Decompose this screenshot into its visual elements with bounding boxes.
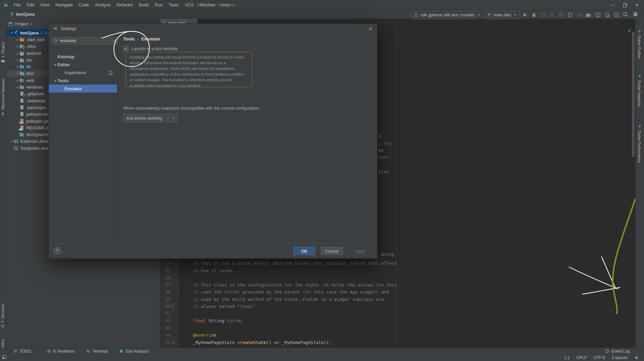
toolwindow-label: Dart Analysis: [125, 349, 149, 354]
tool-buttons: [585, 12, 619, 18]
settings-node-emulator[interactable]: Emulator: [49, 85, 117, 93]
gutter-marker-icon[interactable]: [172, 304, 178, 309]
settings-node-keymap[interactable]: Keymap: [49, 52, 117, 61]
run-button[interactable]: [522, 12, 528, 18]
menu-refactor[interactable]: Refactor: [114, 0, 136, 10]
toolwindow-todo[interactable]: TODO: [13, 348, 31, 354]
restore-button[interactable]: [623, 3, 627, 7]
stop-icon: [576, 12, 582, 18]
flutter-attach-button[interactable]: [558, 12, 564, 18]
tab-main-dart[interactable]: main.dart: [160, 19, 197, 23]
file-ignore-icon: [20, 92, 25, 96]
chevron-down-icon: ▾: [10, 31, 14, 35]
menu-analyze[interactable]: Analyze: [92, 0, 114, 10]
toolwindow-6-problems[interactable]: 6: Problems: [47, 348, 74, 354]
stripe-flutter-outline[interactable]: Flutter Outline: [637, 30, 641, 58]
apply-button[interactable]: Apply: [348, 247, 372, 255]
settings-node-label: Tools: [57, 78, 69, 83]
folder-iml-icon: [20, 132, 25, 137]
phone-icon: [414, 13, 419, 17]
menu-file[interactable]: File: [11, 0, 24, 10]
profile-avatar[interactable]: [633, 11, 638, 17]
tool-window-toggle-icon[interactable]: [2, 355, 7, 359]
stripe-flutter-inspector[interactable]: Flutter Inspector: [637, 75, 641, 107]
launch-tool-window-checkbox[interactable]: [123, 46, 129, 51]
settings-node-inspections[interactable]: Inspections: [49, 69, 117, 77]
file-encoding[interactable]: UTF-8: [594, 355, 605, 360]
code-line-43: 43: [160, 325, 631, 332]
line-number: 41: [161, 311, 170, 316]
close-button[interactable]: ×: [635, 3, 639, 7]
profiler-button[interactable]: [540, 12, 546, 18]
stop-button[interactable]: [576, 12, 582, 18]
indent-setting[interactable]: 2 spaces: [612, 355, 628, 360]
chevron-right-icon: ▸: [16, 44, 20, 48]
attach-debugger-button[interactable]: [549, 12, 555, 18]
device-selector[interactable]: sdk gphone x86 arm (mobile): [412, 11, 479, 19]
settings-node-label: Keymap: [57, 54, 74, 59]
code-fragment: run",: [378, 155, 391, 160]
lock-icon[interactable]: [634, 355, 639, 360]
stripe-1-project[interactable]: 1: Project: [1, 42, 5, 64]
dialog-close-icon[interactable]: ✕: [368, 26, 372, 31]
menu-navigate[interactable]: Navigate: [52, 0, 75, 10]
chevron-right-icon: ▸: [16, 85, 20, 89]
override-gutter-icon[interactable]: ↑: [172, 340, 178, 345]
menu-build[interactable]: Build: [136, 0, 152, 10]
menu-tools[interactable]: Tools: [166, 0, 182, 10]
dialog-title-bar[interactable]: Settings: [49, 24, 377, 33]
chevron-down-icon: ▾: [53, 79, 57, 83]
toolwindow-terminal[interactable]: Terminal: [86, 348, 108, 354]
tree-item-label: windows: [26, 85, 43, 90]
search-everywhere-button[interactable]: [623, 12, 628, 17]
todo-icon: [13, 349, 18, 353]
snapshot-dropdown[interactable]: Ask before deleting: [123, 114, 177, 122]
clear-search-icon[interactable]: ✕: [113, 39, 116, 43]
code-line-44: 44 @override: [160, 332, 631, 339]
breadcrumb-project: test1java: [16, 12, 35, 17]
terminal-icon: [86, 349, 91, 353]
device-manager-button[interactable]: [604, 12, 610, 18]
token: ;: [240, 318, 243, 323]
inspections-ok-icon: [627, 28, 632, 32]
settings-search-box[interactable]: ✕: [52, 37, 118, 44]
cancel-button[interactable]: Cancel: [321, 247, 343, 255]
title-bar: FileEditViewNavigateCodeAnalyzeRefactorB…: [0, 0, 644, 10]
toolwindow-event-log[interactable]: Event Log: [605, 348, 630, 354]
folder-gear-icon: [20, 44, 25, 48]
minimize-button[interactable]: [611, 3, 615, 7]
settings-search-input[interactable]: [59, 38, 112, 43]
breadcrumb[interactable]: test1java: [9, 12, 35, 17]
project-panel-header[interactable]: Project ▾: [8, 21, 32, 26]
sdk-manager-button[interactable]: [613, 12, 619, 18]
logcat-button[interactable]: [595, 12, 601, 18]
menu-view[interactable]: View: [37, 0, 52, 10]
menu-edit[interactable]: Edit: [24, 0, 37, 10]
settings-node-editor[interactable]: ▾Editor: [49, 61, 117, 69]
stripe-7-structure[interactable]: 7: Structure: [1, 304, 5, 329]
project-view-icon: [8, 22, 13, 26]
breadcrumb-tools[interactable]: Tools: [123, 36, 135, 41]
checkmark-icon: [124, 46, 128, 51]
tree-item-label: .packages: [26, 105, 46, 110]
search-icon: [623, 12, 628, 17]
ok-button[interactable]: OK: [293, 247, 315, 255]
stripe-resource-manager[interactable]: Resource Manager: [1, 78, 5, 116]
menu-vcs[interactable]: VCS: [182, 0, 197, 10]
line-separator[interactable]: CRLF: [577, 355, 587, 360]
menu-run[interactable]: Run: [152, 0, 166, 10]
settings-node-tools[interactable]: ▾Tools: [49, 77, 117, 85]
device-file-explorer-button[interactable]: [585, 12, 591, 18]
help-button[interactable]: ?: [53, 247, 61, 255]
toolwindow-dart-analysis[interactable]: Dart Analysis: [119, 348, 149, 354]
phonebug-icon: [558, 12, 564, 18]
scrollbar-thumb[interactable]: [632, 32, 635, 157]
caret-position[interactable]: 1:1: [564, 355, 570, 360]
debug-button[interactable]: [531, 12, 537, 18]
run-config-selector[interactable]: main.dart: [485, 11, 520, 19]
menu-code[interactable]: Code: [76, 0, 92, 10]
hot-restart-button[interactable]: [567, 12, 573, 18]
stripe-label: Resource Manager: [1, 78, 5, 110]
tree-item-label: pubspec.lock: [26, 112, 52, 117]
stripe-flutter-performance[interactable]: Flutter Performance: [637, 125, 641, 163]
